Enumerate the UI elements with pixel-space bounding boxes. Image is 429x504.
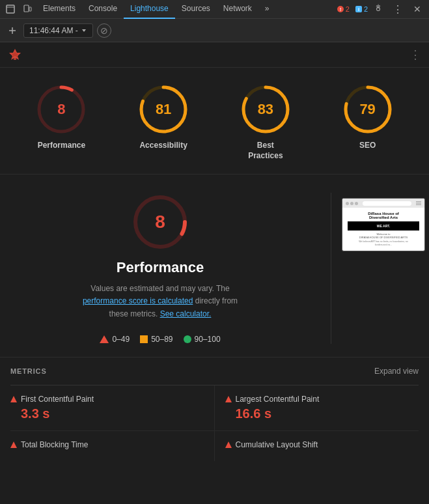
add-tab-button[interactable]: [5, 23, 20, 38]
metrics-header: METRICS Expand view: [10, 367, 419, 376]
seo-score-value: 79: [359, 101, 375, 118]
brand-options-icon[interactable]: ⋮: [409, 48, 421, 62]
close-devtools-icon[interactable]: ✕: [409, 1, 425, 17]
tbt-fail-icon: [10, 441, 17, 448]
inspect-icon[interactable]: [3, 1, 18, 17]
score-seo: 79 SEO: [342, 83, 394, 151]
metric-tbt-label-row: Total Blocking Time: [10, 440, 204, 449]
lighthouse-brand-bar: ⋮: [0, 42, 429, 68]
tab-more[interactable]: »: [258, 0, 276, 19]
metric-fcp: First Contentful Paint 3.3 s: [10, 385, 215, 431]
device-icon[interactable]: [20, 1, 35, 17]
score-best-practices: 83 BestPractices: [240, 83, 292, 161]
lcp-label: Largest Contentful Paint: [236, 395, 320, 404]
legend-fail: 0–49: [100, 335, 130, 344]
best-practices-circle: 83: [240, 83, 292, 135]
time-value: 11:46:44 AM -: [29, 26, 78, 35]
lighthouse-toolbar: 11:46:44 AM - ⊘: [0, 19, 429, 42]
fcp-label: First Contentful Paint: [21, 395, 94, 404]
performance-detail-circle: 8: [131, 193, 189, 251]
svg-rect-2: [24, 5, 29, 12]
metrics-section: METRICS Expand view First Contentful Pai…: [0, 357, 429, 461]
accessibility-label: Accessibility: [139, 141, 187, 151]
warning-badge[interactable]: i 2: [355, 5, 368, 13]
accessibility-circle: 81: [137, 83, 189, 135]
preview-dots: [346, 202, 358, 205]
performance-label: Performance: [38, 141, 85, 151]
score-accessibility: 81 Accessibility: [137, 83, 189, 151]
performance-score-link[interactable]: performance score is calculated: [83, 296, 193, 305]
preview-dot-2: [350, 202, 353, 205]
metric-lcp: Largest Contentful Paint 16.6 s: [215, 385, 419, 431]
metric-cls-label-row: Cumulative Layout Shift: [225, 440, 414, 449]
error-badge[interactable]: ! 2: [337, 5, 350, 13]
fcp-fail-icon: [10, 396, 17, 402]
metrics-grid: First Contentful Paint 3.3 s Largest Con…: [10, 385, 419, 461]
preview-browser-bar: [342, 199, 424, 208]
metric-cls: Cumulative Layout Shift: [215, 431, 419, 461]
scores-section: 8 Performance 81 Accessibility 83 BestPr…: [0, 68, 429, 175]
tab-elements[interactable]: Elements: [36, 0, 82, 19]
svg-rect-12: [14, 57, 16, 60]
performance-score-value: 8: [57, 101, 65, 118]
score-legend: 0–49 50–89 90–100: [100, 335, 220, 344]
time-display[interactable]: 11:46:44 AM -: [23, 23, 93, 38]
legend-average: 50–89: [140, 335, 173, 344]
score-performance: 8 Performance: [35, 83, 87, 151]
performance-detail: 8 Performance Values are estimated and m…: [0, 175, 429, 357]
average-icon: [140, 335, 148, 343]
performance-detail-score: 8: [155, 212, 165, 232]
good-range: 90–100: [195, 335, 221, 344]
preview-logo: WE ART.: [348, 221, 419, 231]
performance-circle: 8: [35, 83, 87, 135]
tab-sources[interactable]: Sources: [175, 0, 217, 19]
tab-lighthouse[interactable]: Lighthouse: [124, 0, 175, 19]
preview-site-title: DiRasa House ofDiversified Arts: [345, 212, 422, 219]
average-range: 50–89: [151, 335, 173, 344]
preview-menu-icon: [416, 201, 421, 206]
performance-section-title: Performance: [117, 259, 204, 276]
svg-rect-25: [416, 204, 421, 205]
svg-text:!: !: [339, 7, 341, 12]
cls-fail-icon: [225, 441, 232, 448]
svg-rect-24: [416, 203, 421, 204]
site-preview-panel: DiRasa House ofDiversified Arts WE ART. …: [331, 193, 416, 344]
legend-good: 90–100: [184, 335, 221, 344]
preview-dot-3: [355, 202, 358, 205]
expand-view-button[interactable]: Expand view: [374, 367, 419, 376]
lcp-fail-icon: [225, 396, 232, 402]
svg-rect-23: [416, 201, 421, 202]
svg-rect-3: [29, 7, 31, 11]
cancel-button[interactable]: ⊘: [97, 23, 111, 38]
tbt-label: Total Blocking Time: [21, 440, 88, 449]
more-options-icon[interactable]: ⋮: [390, 1, 406, 17]
see-calculator-link[interactable]: See calculator.: [160, 309, 212, 318]
preview-body-text: We believe ART has no limits, no boundar…: [345, 240, 422, 247]
fail-range: 0–49: [112, 335, 130, 344]
metrics-section-label: METRICS: [10, 367, 47, 375]
svg-text:i: i: [358, 7, 359, 12]
accessibility-score-value: 81: [156, 101, 171, 118]
fail-icon: [100, 335, 109, 343]
good-icon: [184, 335, 191, 343]
best-practices-label: BestPractices: [248, 141, 283, 161]
preview-url-bar: [363, 201, 411, 206]
fcp-value: 3.3 s: [10, 406, 204, 421]
seo-circle: 79: [342, 83, 394, 135]
cls-label: Cumulative Layout Shift: [236, 440, 318, 449]
devtools-tab-bar: Elements Console Lighthouse Sources Netw…: [0, 0, 429, 19]
metric-fcp-label-row: First Contentful Paint: [10, 395, 204, 404]
seo-label: SEO: [359, 141, 376, 151]
tab-network[interactable]: Network: [217, 0, 258, 19]
metric-lcp-label-row: Largest Contentful Paint: [225, 395, 414, 404]
performance-left-panel: 8 Performance Values are estimated and m…: [13, 193, 323, 344]
metric-tbt: Total Blocking Time: [10, 431, 215, 461]
tab-console[interactable]: Console: [82, 0, 124, 19]
settings-icon[interactable]: [370, 1, 386, 17]
lcp-value: 16.6 s: [225, 406, 414, 421]
best-practices-score-value: 83: [258, 101, 273, 118]
lighthouse-logo: [8, 48, 22, 62]
preview-page-content: DiRasa House ofDiversified Arts WE ART. …: [342, 208, 424, 251]
svg-rect-0: [7, 5, 14, 13]
preview-welcome-text: Welcome toDIRASA HOUSE OF DIVERSIFIED AR…: [345, 232, 422, 239]
